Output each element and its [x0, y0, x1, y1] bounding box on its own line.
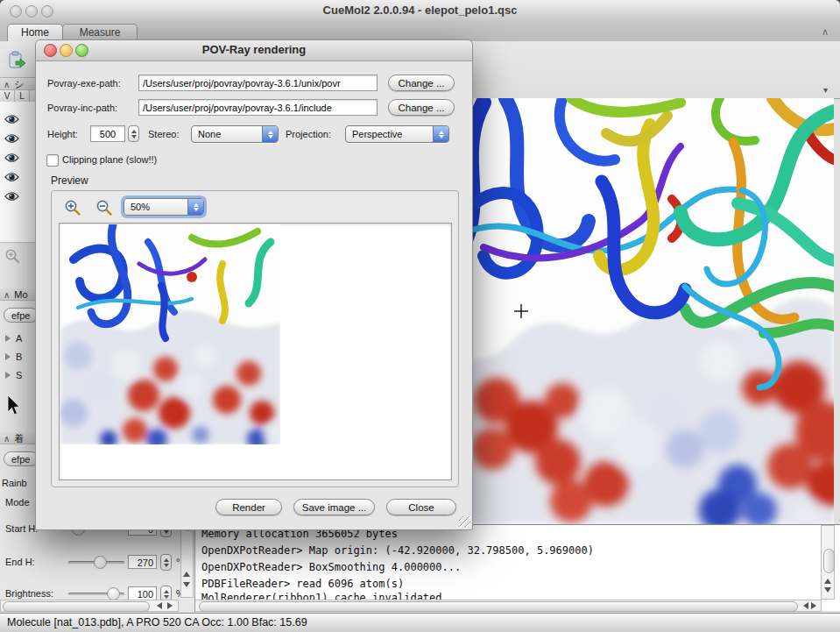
projection-value: Perspective [346, 129, 433, 139]
scroll-up-icon[interactable] [183, 568, 190, 577]
height-label: Height: [47, 129, 78, 139]
dropdown-arrows-icon [187, 199, 203, 215]
disclosure-triangle-icon[interactable] [5, 372, 11, 379]
scroll-down-icon[interactable] [183, 582, 190, 591]
title-bar: CueMol2 2.0.0.94 - elepot_pelo1.qsc [0, 0, 840, 23]
projection-label: Projection: [286, 129, 331, 139]
preview-zoom-select[interactable]: 50% [124, 198, 204, 216]
end-hue-label: End H: [5, 557, 35, 567]
height-stepper[interactable] [128, 125, 139, 142]
inc-change-button[interactable]: Change ... [388, 99, 455, 116]
dialog-title-bar[interactable]: POV-Ray rendering [36, 40, 472, 61]
sidebar-horizontal-scrollbar[interactable] [0, 600, 179, 612]
scroll-left-icon[interactable] [153, 602, 162, 609]
end-hue-unit: ° [176, 557, 180, 567]
console-line: PDBFileReader> read 6096 atom(s) [201, 578, 404, 590]
stereo-value: None [192, 129, 262, 139]
exe-change-button[interactable]: Change ... [388, 75, 455, 91]
end-hue-value[interactable]: 270 [128, 555, 157, 569]
window-title: CueMol2 2.0.0.94 - elepot_pelo1.qsc [0, 4, 840, 17]
clipping-checkbox[interactable] [46, 154, 59, 167]
column-header-lock[interactable]: L [15, 90, 30, 103]
preview-groupbox: 50% [51, 190, 459, 487]
console-vertical-scrollbar[interactable] [821, 525, 835, 600]
tab-bar: Home Measure ∧ [0, 22, 840, 41]
scrollbar-thumb[interactable] [823, 549, 835, 573]
dropdown-arrows-icon [262, 126, 278, 142]
brightness-label: Brightness: [5, 588, 53, 599]
console-line: OpenDXPotReader> Map origin: (-42.920000… [201, 544, 594, 557]
console-line: OpenDXPotReader> BoxSmoothing 4.000000..… [201, 561, 461, 573]
close-button[interactable]: Close [386, 499, 456, 515]
console-horizontal-scrollbar[interactable] [194, 600, 822, 612]
stereo-label: Stereo: [148, 129, 179, 139]
collapse-ribbon-icon[interactable]: ∧ [822, 25, 829, 38]
status-bar: Molecule [nat_013.pdb], A PRO 520 CA Occ… [0, 613, 840, 632]
eye-icon[interactable] [4, 133, 19, 146]
zoom-in-icon[interactable] [64, 199, 81, 220]
tab-measure[interactable]: Measure [62, 24, 138, 41]
slider-thumb[interactable] [94, 556, 107, 569]
eye-icon[interactable] [4, 153, 19, 165]
mode-label: Mode [5, 497, 30, 508]
stereo-select[interactable]: None [191, 125, 279, 143]
eye-icon[interactable] [4, 191, 19, 203]
scrollbar-thumb[interactable] [3, 601, 150, 612]
zoom-out-icon[interactable] [95, 199, 113, 220]
eye-icon[interactable] [4, 114, 19, 126]
inc-path-input[interactable] [138, 99, 378, 116]
rainbow-label: Rainb [2, 478, 27, 488]
preview-label: Preview [51, 174, 88, 187]
coloring-selector-button[interactable]: efpe [4, 451, 39, 466]
slider-thumb[interactable] [107, 587, 120, 600]
paste-object-icon[interactable] [7, 50, 28, 75]
end-hue-stepper[interactable] [160, 554, 172, 571]
exe-path-input[interactable] [138, 75, 378, 91]
tab-home[interactable]: Home [7, 24, 63, 41]
scroll-right-icon[interactable] [811, 602, 820, 609]
end-hue-slider[interactable] [68, 561, 124, 564]
render-button[interactable]: Render [215, 499, 282, 515]
height-input[interactable] [90, 125, 125, 142]
dialog-title: POV-Ray rendering [36, 43, 472, 56]
disclosure-triangle-icon[interactable] [5, 353, 11, 360]
disclosure-triangle-icon[interactable] [5, 335, 11, 342]
eye-icon[interactable] [4, 172, 19, 184]
preview-zoom-value: 50% [124, 202, 187, 212]
preview-render-image [60, 224, 280, 444]
column-header-visible[interactable]: V [0, 90, 15, 103]
resize-grip-icon[interactable] [459, 516, 470, 528]
povray-dialog: POV-Ray rendering Povray-exe-path: Chang… [35, 39, 473, 530]
log-console[interactable]: Memory allocation 3656052 bytes OpenDXPo… [194, 524, 840, 611]
projection-select[interactable]: Perspective [345, 125, 449, 143]
preview-canvas[interactable] [59, 223, 452, 480]
dropdown-arrows-icon [433, 126, 448, 142]
scroll-right-icon[interactable] [167, 602, 176, 609]
molecule-selector-button[interactable]: efpe [4, 308, 39, 323]
app-window: CueMol2 2.0.0.94 - elepot_pelo1.qsc Home… [0, 0, 840, 632]
console-lines: Memory allocation 3656052 bytes OpenDXPo… [201, 526, 594, 593]
exe-path-label: Povray-exe-path: [47, 78, 121, 89]
zoom-fit-icon[interactable] [4, 248, 20, 266]
end-hue-row: End H: 270 ° [0, 553, 194, 572]
scroll-up-icon[interactable] [824, 575, 831, 584]
ribbon-dropdown-arrow-icon[interactable]: ▾ [823, 85, 828, 95]
brightness-value[interactable]: 100 [128, 586, 157, 600]
scroll-down-icon[interactable] [824, 587, 831, 596]
scroll-left-icon[interactable] [800, 602, 808, 609]
save-image-button[interactable]: Save image ... [293, 499, 375, 515]
start-hue-label: Start H: [5, 523, 38, 534]
scrollbar-thumb[interactable] [199, 601, 798, 612]
clipping-label: Clipping plane (slow!!) [62, 154, 157, 165]
cursor-arrow-icon [6, 395, 20, 418]
inc-path-label: Povray-inc-path: [47, 103, 117, 113]
brightness-slider[interactable] [68, 593, 124, 595]
